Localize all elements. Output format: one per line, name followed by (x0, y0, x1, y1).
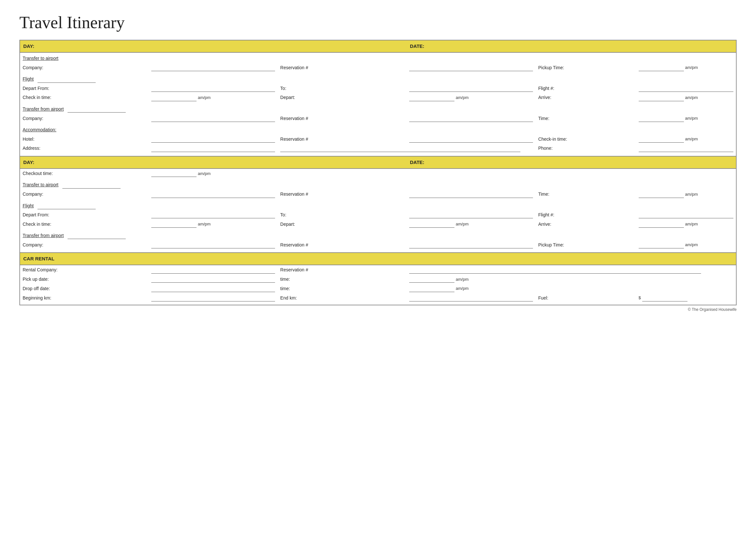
day2-flight-row1: Depart From: To: Flight #: (20, 210, 736, 219)
day1-company-field[interactable] (151, 65, 275, 71)
day2-depart-from-field[interactable] (151, 212, 275, 218)
day2-flight-title-row: Flight (20, 201, 736, 210)
day1-reservation-label: Reservation # (278, 63, 407, 72)
day1-address-field2[interactable] (280, 146, 520, 152)
day1-flight-title-row: Flight (20, 74, 736, 83)
day1-company-label: Company: (20, 63, 149, 72)
day2-tta-company-field[interactable] (151, 192, 275, 198)
day1-depart-ampm: am/pm (456, 95, 469, 100)
day2-flight-num-field[interactable] (639, 212, 733, 218)
day1-depart-field[interactable] (409, 96, 454, 101)
day1-header-row: DAY: DATE: (20, 40, 736, 52)
day2-tfa-pickup-field[interactable] (639, 242, 684, 248)
day2-transfer-to-row: Company: Reservation # Time: am/pm (20, 189, 736, 199)
day2-depart-ampm: am/pm (456, 222, 469, 226)
day1-accommodation-title-row: Accommodation: (20, 125, 736, 134)
car-time-field2[interactable] (409, 286, 454, 292)
fuel-field[interactable] (642, 296, 688, 301)
day2-tfa-ampm: am/pm (685, 242, 698, 247)
car-ampm1: am/pm (456, 277, 469, 282)
day2-tta-reservation-field[interactable] (409, 192, 533, 198)
rental-company-label: Rental Company: (20, 265, 149, 274)
dropoff-date-field[interactable] (151, 286, 275, 292)
day2-tta-time-field[interactable] (639, 192, 684, 198)
day1-flight-title-field[interactable] (38, 77, 96, 83)
day2-flight-title-field[interactable] (38, 204, 96, 209)
day2-checkout-field[interactable] (151, 171, 197, 177)
day1-pickup-ampm: am/pm (685, 65, 698, 70)
day2-checkin-label: Check in time: (20, 219, 149, 229)
day1-acc-checkin-field[interactable] (639, 137, 684, 143)
day1-transfer-to-airport-title: Transfer to airport (23, 56, 59, 61)
car-rental-header-row: CAR RENTAL (20, 253, 736, 265)
day1-flight-row2: Check in time: am/pm Depart: am/pm Arriv… (20, 93, 736, 102)
day2-transfer-to-title-row: Transfer to airport (20, 180, 736, 189)
day1-flight-num-label: Flight #: (536, 84, 636, 93)
end-km-field[interactable] (409, 296, 533, 301)
day1-tfa-time-field[interactable] (639, 116, 684, 122)
day1-flight-row1: Depart From: To: Flight #: (20, 84, 736, 93)
day2-tta-reservation-label: Reservation # (278, 189, 407, 199)
car-reservation-label: Reservation # (278, 265, 407, 274)
day2-tfa-company-field[interactable] (151, 242, 275, 248)
day2-transfer-from-title-field[interactable] (68, 233, 126, 239)
day2-depart-field[interactable] (409, 222, 454, 228)
day1-transfer-from-title-field[interactable] (68, 107, 126, 113)
day1-accommodation-row2: Address: Phone: (20, 144, 736, 153)
day2-date-label: DATE: (407, 156, 736, 169)
car-rental-row4: Beginning km: End km: Fuel: $ (20, 293, 736, 302)
day2-checkout-row: Checkout time: am/pm (20, 169, 736, 178)
day2-tfa-reservation-label: Reservation # (278, 240, 407, 249)
car-dollar: $ (639, 295, 641, 300)
day2-tfa-company-label: Company: (20, 240, 149, 249)
day2-tfa-reservation-field[interactable] (409, 242, 533, 248)
end-km-label: End km: (278, 293, 407, 302)
day2-to-field[interactable] (409, 212, 533, 218)
day2-arrive-field[interactable] (639, 222, 684, 228)
rental-company-field[interactable] (151, 268, 275, 274)
day1-tfa-company-field[interactable] (151, 116, 275, 122)
day2-depart-from-label: Depart From: (20, 210, 149, 219)
day1-pickup-time-field[interactable] (639, 65, 684, 71)
day1-acc-reservation-field[interactable] (409, 137, 533, 143)
day2-day-label: DAY: (20, 156, 407, 169)
day1-tfa-ampm: am/pm (685, 116, 698, 121)
beginning-km-label: Beginning km: (20, 293, 149, 302)
day1-address-field[interactable] (151, 146, 275, 152)
beginning-km-field[interactable] (151, 296, 275, 301)
day1-arrive-label: Arrive: (536, 93, 636, 102)
day1-to-field[interactable] (409, 86, 533, 92)
day1-reservation-field[interactable] (409, 65, 533, 71)
day2-arrive-label: Arrive: (536, 219, 636, 229)
car-reservation-field[interactable] (409, 268, 701, 274)
day2-checkin-ampm: am/pm (198, 222, 211, 226)
car-rental-title: CAR RENTAL (20, 253, 736, 265)
car-time-label1: time: (278, 275, 407, 284)
day1-acc-checkin-ampm: am/pm (685, 136, 698, 141)
day1-tfa-reservation-field[interactable] (409, 116, 533, 122)
day1-flight-num-field[interactable] (639, 86, 733, 92)
pickup-date-field[interactable] (151, 277, 275, 283)
car-time-field1[interactable] (409, 277, 454, 283)
day1-hotel-field[interactable] (151, 137, 275, 143)
day2-depart-label: Depart: (278, 219, 407, 229)
day1-depart-label: Depart: (278, 93, 407, 102)
day2-tta-ampm: am/pm (685, 192, 698, 197)
day2-transfer-to-title-field[interactable] (62, 183, 121, 188)
day2-checkin-field[interactable] (151, 222, 197, 228)
day2-checkout-label: Checkout time: (20, 169, 149, 178)
car-time-label2: time: (278, 284, 407, 293)
day1-phone-field[interactable] (639, 146, 733, 152)
day1-acc-reservation-label: Reservation # (278, 134, 407, 144)
day1-depart-from-field[interactable] (151, 86, 275, 92)
day1-address-label: Address: (20, 144, 149, 153)
day1-checkin-field[interactable] (151, 96, 197, 101)
day1-tfa-reservation-label: Reservation # (278, 114, 407, 123)
day1-arrive-field[interactable] (639, 96, 684, 101)
day1-transfer-to-airport-title-row: Transfer to airport (20, 52, 736, 63)
car-rental-row3: Drop off date: time: am/pm (20, 284, 736, 293)
day1-transfer-from-row: Company: Reservation # Time: am/pm (20, 114, 736, 123)
car-rental-row2: Pick up date: time: am/pm (20, 275, 736, 284)
day2-tta-time-label: Time: (536, 189, 636, 199)
day1-to-label: To: (278, 84, 407, 93)
